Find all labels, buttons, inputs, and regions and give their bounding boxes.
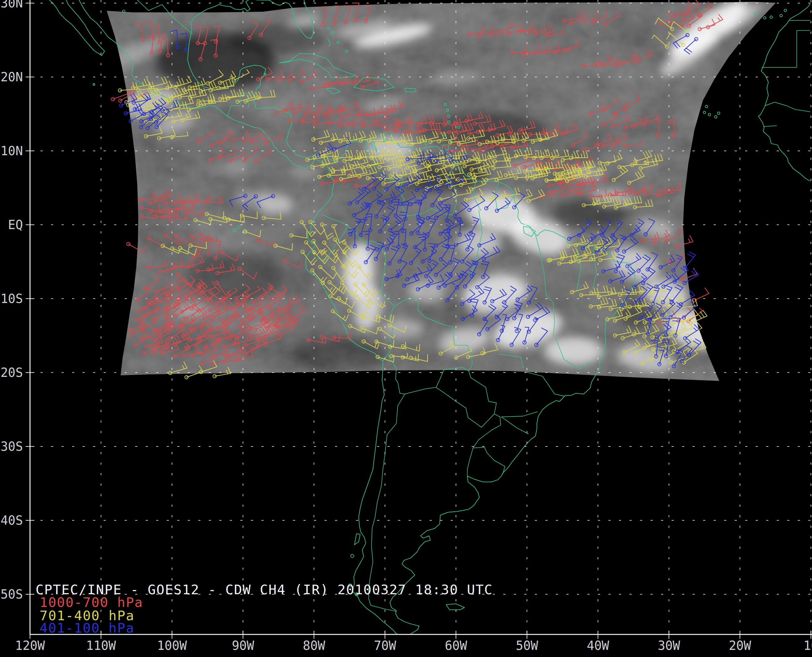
y-tick-label: EQ [8,218,23,232]
dark-region-blob [294,340,387,371]
cloud-blob [458,229,501,257]
y-tick-label: 30S [1,439,23,453]
y-tick-label: 10N [1,144,23,158]
x-tick-label: 90W [232,638,254,653]
x-tick-label: 40W [587,638,609,653]
y-tick-label: 40S [1,513,23,528]
y-tick-label: 30N [1,0,23,10]
cloud-blob [380,318,424,337]
x-tick-label: 100W [157,638,187,653]
x-tick-label: 20W [729,638,751,653]
y-tick-label: 10S [1,291,23,306]
y-tick-label: 20N [1,70,23,84]
satellite-weather-map: 30N20N10NEQ10S20S30S40S50S120W110W100W90… [0,0,812,657]
x-tick-label: 30W [658,638,680,653]
cloud-blob [221,162,249,172]
x-tick-label: 60W [445,638,468,653]
x-tick-label: 110W [86,638,116,653]
cloud-blob [408,280,446,302]
y-tick-label: 50S [1,587,23,601]
cloud-blob [544,337,603,365]
x-tick-label: 70W [374,638,396,653]
x-tick-label: 50W [516,638,538,653]
legend-entry-401-100hpa: 401-100 hPa [40,620,134,636]
y-tick-label: 20S [1,366,23,380]
x-tick-label: 80W [303,638,326,653]
x-tick-label: 120W [15,638,45,653]
x-tick-label: 10 [803,638,812,653]
